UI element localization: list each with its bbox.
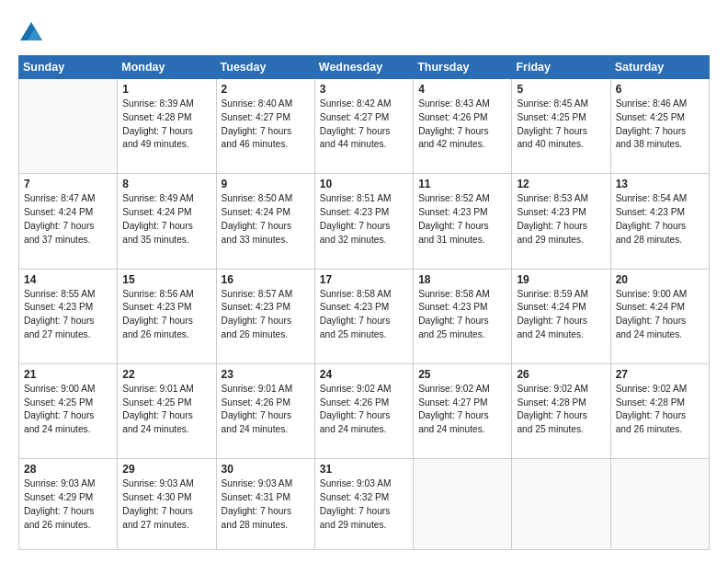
day-number: 26 — [517, 368, 605, 381]
calendar-day-cell: 18Sunrise: 8:58 AM Sunset: 4:23 PM Dayli… — [414, 269, 512, 363]
day-info: Sunrise: 8:49 AM Sunset: 4:24 PM Dayligh… — [122, 192, 210, 247]
calendar-day-cell: 4Sunrise: 8:43 AM Sunset: 4:26 PM Daylig… — [414, 79, 512, 174]
day-number: 4 — [418, 83, 506, 96]
day-number: 22 — [122, 368, 210, 381]
day-header-sunday: Sunday — [19, 56, 118, 79]
day-info: Sunrise: 9:03 AM Sunset: 4:31 PM Dayligh… — [222, 477, 310, 532]
calendar-week-row: 28Sunrise: 9:03 AM Sunset: 4:29 PM Dayli… — [19, 459, 710, 550]
day-info: Sunrise: 9:02 AM Sunset: 4:28 PM Dayligh… — [616, 383, 704, 437]
calendar-day-cell: 2Sunrise: 8:40 AM Sunset: 4:27 PM Daylig… — [216, 79, 314, 174]
day-number: 1 — [122, 83, 210, 96]
calendar-day-cell: 25Sunrise: 9:02 AM Sunset: 4:27 PM Dayli… — [414, 363, 512, 458]
calendar-week-row: 1Sunrise: 8:39 AM Sunset: 4:28 PM Daylig… — [19, 79, 710, 174]
day-number: 23 — [222, 368, 310, 381]
day-info: Sunrise: 8:57 AM Sunset: 4:23 PM Dayligh… — [222, 288, 310, 342]
calendar-day-cell: 5Sunrise: 8:45 AM Sunset: 4:25 PM Daylig… — [512, 79, 610, 174]
day-number: 12 — [517, 178, 605, 190]
day-info: Sunrise: 8:40 AM Sunset: 4:27 PM Dayligh… — [222, 98, 310, 152]
day-info: Sunrise: 8:46 AM Sunset: 4:25 PM Dayligh… — [616, 98, 704, 152]
day-number: 5 — [517, 83, 605, 96]
day-info: Sunrise: 9:01 AM Sunset: 4:26 PM Dayligh… — [222, 383, 310, 437]
day-info: Sunrise: 9:03 AM Sunset: 4:30 PM Dayligh… — [122, 477, 210, 532]
header — [18, 17, 710, 46]
calendar-day-cell: 6Sunrise: 8:46 AM Sunset: 4:25 PM Daylig… — [610, 79, 709, 174]
calendar-day-cell: 23Sunrise: 9:01 AM Sunset: 4:26 PM Dayli… — [216, 363, 314, 458]
day-number: 2 — [222, 83, 310, 96]
day-number: 27 — [616, 368, 704, 381]
day-number: 21 — [24, 368, 112, 381]
calendar-day-cell: 26Sunrise: 9:02 AM Sunset: 4:28 PM Dayli… — [512, 363, 610, 458]
calendar-day-cell: 22Sunrise: 9:01 AM Sunset: 4:25 PM Dayli… — [118, 363, 216, 458]
calendar-day-cell: 31Sunrise: 9:03 AM Sunset: 4:32 PM Dayli… — [314, 459, 413, 550]
day-info: Sunrise: 9:00 AM Sunset: 4:25 PM Dayligh… — [24, 383, 112, 437]
day-number: 15 — [122, 273, 210, 286]
calendar-week-row: 14Sunrise: 8:55 AM Sunset: 4:23 PM Dayli… — [19, 269, 710, 363]
calendar-day-cell: 27Sunrise: 9:02 AM Sunset: 4:28 PM Dayli… — [610, 363, 709, 458]
calendar-day-cell: 11Sunrise: 8:52 AM Sunset: 4:23 PM Dayli… — [414, 174, 512, 269]
day-info: Sunrise: 8:55 AM Sunset: 4:23 PM Dayligh… — [24, 288, 112, 342]
day-info: Sunrise: 8:56 AM Sunset: 4:23 PM Dayligh… — [122, 288, 210, 342]
day-info: Sunrise: 9:00 AM Sunset: 4:24 PM Dayligh… — [616, 288, 704, 342]
calendar-day-cell: 28Sunrise: 9:03 AM Sunset: 4:29 PM Dayli… — [19, 459, 118, 550]
calendar-day-cell — [512, 459, 610, 550]
day-number: 3 — [320, 83, 408, 96]
day-info: Sunrise: 8:58 AM Sunset: 4:23 PM Dayligh… — [320, 288, 408, 342]
day-info: Sunrise: 9:01 AM Sunset: 4:25 PM Dayligh… — [122, 383, 210, 437]
calendar-day-cell: 20Sunrise: 9:00 AM Sunset: 4:24 PM Dayli… — [610, 269, 709, 363]
day-number: 31 — [320, 463, 408, 476]
calendar-day-cell: 3Sunrise: 8:42 AM Sunset: 4:27 PM Daylig… — [314, 79, 413, 174]
day-header-friday: Friday — [512, 56, 610, 79]
day-number: 13 — [616, 178, 704, 190]
day-number: 16 — [222, 273, 310, 286]
day-header-thursday: Thursday — [414, 56, 512, 79]
calendar-day-cell: 14Sunrise: 8:55 AM Sunset: 4:23 PM Dayli… — [19, 269, 118, 363]
calendar-day-cell: 30Sunrise: 9:03 AM Sunset: 4:31 PM Dayli… — [216, 459, 314, 550]
calendar-day-cell: 19Sunrise: 8:59 AM Sunset: 4:24 PM Dayli… — [512, 269, 610, 363]
calendar-day-cell: 16Sunrise: 8:57 AM Sunset: 4:23 PM Dayli… — [216, 269, 314, 363]
day-number: 25 — [418, 368, 506, 381]
calendar-day-cell: 7Sunrise: 8:47 AM Sunset: 4:24 PM Daylig… — [19, 174, 118, 269]
day-number: 11 — [418, 178, 506, 190]
day-number: 30 — [222, 463, 310, 476]
day-number: 20 — [616, 273, 704, 286]
day-number: 14 — [24, 273, 112, 286]
calendar-day-cell: 15Sunrise: 8:56 AM Sunset: 4:23 PM Dayli… — [118, 269, 216, 363]
calendar-day-cell: 8Sunrise: 8:49 AM Sunset: 4:24 PM Daylig… — [118, 174, 216, 269]
day-info: Sunrise: 9:02 AM Sunset: 4:27 PM Dayligh… — [418, 383, 506, 437]
calendar-table: SundayMondayTuesdayWednesdayThursdayFrid… — [18, 55, 710, 550]
day-info: Sunrise: 8:54 AM Sunset: 4:23 PM Dayligh… — [616, 192, 704, 247]
calendar-day-cell: 17Sunrise: 8:58 AM Sunset: 4:23 PM Dayli… — [314, 269, 413, 363]
day-info: Sunrise: 8:53 AM Sunset: 4:23 PM Dayligh… — [517, 192, 605, 247]
calendar-day-cell: 24Sunrise: 9:02 AM Sunset: 4:26 PM Dayli… — [314, 363, 413, 458]
calendar-day-cell: 9Sunrise: 8:50 AM Sunset: 4:24 PM Daylig… — [216, 174, 314, 269]
calendar-day-cell: 21Sunrise: 9:00 AM Sunset: 4:25 PM Dayli… — [19, 363, 118, 458]
day-info: Sunrise: 8:45 AM Sunset: 4:25 PM Dayligh… — [517, 98, 605, 152]
day-number: 10 — [320, 178, 408, 190]
logo-icon — [18, 20, 44, 46]
calendar-day-cell: 1Sunrise: 8:39 AM Sunset: 4:28 PM Daylig… — [118, 79, 216, 174]
day-info: Sunrise: 9:03 AM Sunset: 4:29 PM Dayligh… — [24, 477, 112, 532]
calendar-header-row: SundayMondayTuesdayWednesdayThursdayFrid… — [19, 56, 710, 79]
day-number: 6 — [616, 83, 704, 96]
day-number: 7 — [24, 178, 112, 190]
day-number: 18 — [418, 273, 506, 286]
day-number: 19 — [517, 273, 605, 286]
day-number: 9 — [222, 178, 310, 190]
day-header-saturday: Saturday — [610, 56, 709, 79]
calendar-day-cell: 10Sunrise: 8:51 AM Sunset: 4:23 PM Dayli… — [314, 174, 413, 269]
day-number: 17 — [320, 273, 408, 286]
calendar-day-cell: 12Sunrise: 8:53 AM Sunset: 4:23 PM Dayli… — [512, 174, 610, 269]
day-number: 28 — [24, 463, 112, 476]
day-info: Sunrise: 9:02 AM Sunset: 4:28 PM Dayligh… — [517, 383, 605, 437]
day-header-wednesday: Wednesday — [314, 56, 413, 79]
day-header-monday: Monday — [118, 56, 216, 79]
day-info: Sunrise: 8:59 AM Sunset: 4:24 PM Dayligh… — [517, 288, 605, 342]
calendar-day-cell — [19, 79, 118, 174]
day-info: Sunrise: 8:52 AM Sunset: 4:23 PM Dayligh… — [418, 192, 506, 247]
day-number: 8 — [122, 178, 210, 190]
day-number: 24 — [320, 368, 408, 381]
day-number: 29 — [122, 463, 210, 476]
day-info: Sunrise: 8:39 AM Sunset: 4:28 PM Dayligh… — [122, 98, 210, 152]
day-info: Sunrise: 9:02 AM Sunset: 4:26 PM Dayligh… — [320, 383, 408, 437]
day-info: Sunrise: 9:03 AM Sunset: 4:32 PM Dayligh… — [320, 477, 408, 532]
